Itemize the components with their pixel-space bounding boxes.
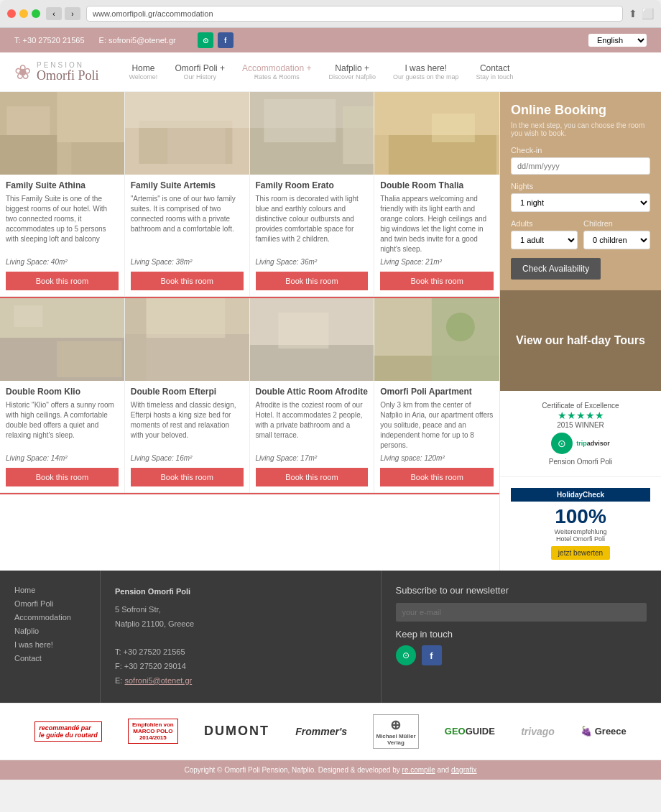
footer-link-nafplio[interactable]: Nafplio xyxy=(14,626,85,636)
close-dot[interactable] xyxy=(7,9,16,18)
adults-children-row: Adults 1 adult 2 adults 3 adults Childre… xyxy=(511,219,650,257)
book-btn-klio[interactable]: Book this room xyxy=(6,468,119,486)
footer-link-accommodation-a[interactable]: Accommodation xyxy=(14,613,71,622)
fullscreen-button[interactable]: ⬜ xyxy=(642,8,654,19)
footer-link-omorfipoli-a[interactable]: Omorfi Poli xyxy=(14,599,53,608)
room-name-artemis: Family Suite Artemis xyxy=(131,180,244,190)
room-desc-erato: This room is decorated with light blue a… xyxy=(256,194,369,254)
svg-point-34 xyxy=(446,313,475,341)
room-space-erato: Living Space: 36m² xyxy=(256,258,369,266)
logo-pension: PENSION xyxy=(37,61,99,69)
checkin-input[interactable] xyxy=(511,157,650,175)
footer-link-home-a[interactable]: Home xyxy=(14,586,35,594)
nav-accommodation-label: Accommodation + xyxy=(242,63,311,73)
svg-rect-24 xyxy=(146,298,225,338)
ta-badge: Certificate of Excellence ★★★★★ 2015 WIN… xyxy=(511,402,650,429)
footer-link-home[interactable]: Home xyxy=(14,585,85,595)
ta-trip-text: tripadvisor xyxy=(576,440,610,447)
room-info-erato: Family Room Erato This room is decorated… xyxy=(250,175,374,296)
room-card-athina: Family Suite Athina This Family Suite is… xyxy=(0,92,125,297)
footer-link-accommodation[interactable]: Accommodation xyxy=(14,612,85,622)
address-bar[interactable]: www.omorfipoli.gr/accommodation xyxy=(86,6,623,22)
forward-button[interactable]: › xyxy=(65,7,80,20)
footer-link-contact[interactable]: Contact xyxy=(14,653,85,663)
nav-nafplio[interactable]: Nafplio + Discover Nafplio xyxy=(320,60,384,84)
footer-link-nafplio-a[interactable]: Nafplio xyxy=(14,627,39,635)
checkin-label: Check-in xyxy=(511,146,650,154)
check-availability-button[interactable]: Check Availability xyxy=(511,258,601,280)
nav-contact[interactable]: Contact Stay in touch xyxy=(468,60,522,84)
nav-accommodation[interactable]: Accommodation + Rates & Rooms xyxy=(234,60,320,84)
footer-contact-email[interactable]: E: sofroni5@otenet.gr xyxy=(115,674,366,688)
ta-certificate-text: Certificate of Excellence xyxy=(511,402,650,410)
book-btn-afrodite[interactable]: Book this room xyxy=(256,468,369,486)
adults-select[interactable]: 1 adult 2 adults 3 adults xyxy=(511,231,578,249)
room-img-afrodite xyxy=(250,298,374,381)
main-nav: Home Welcome! Omorfi Poli + Our History … xyxy=(121,60,522,84)
room-img-thalia xyxy=(374,92,499,175)
children-select[interactable]: 0 children 1 child 2 children xyxy=(583,231,650,249)
room-space-artemis: Living Space: 38m² xyxy=(131,258,244,266)
book-btn-artemis[interactable]: Book this room xyxy=(131,272,244,290)
ta-footer-icon[interactable]: ⊙ xyxy=(396,645,416,665)
minimize-dot[interactable] xyxy=(19,9,28,18)
tours-widget[interactable]: View our half-day Tours xyxy=(500,290,661,391)
svg-rect-33 xyxy=(374,356,432,381)
book-btn-athina[interactable]: Book this room xyxy=(6,272,119,290)
room-card-apartment: Omorfi Poli Apartment Only 3 km from the… xyxy=(374,298,499,493)
browser-chrome: ‹ › www.omorfipoli.gr/accommodation ⬆ ⬜ xyxy=(0,0,661,28)
social-footer: ⊙ f xyxy=(396,645,647,665)
svg-rect-28 xyxy=(250,345,374,381)
back-button[interactable]: ‹ xyxy=(46,7,62,20)
facebook-icon[interactable]: f xyxy=(218,32,234,48)
footer-link-contact-a[interactable]: Contact xyxy=(14,654,42,663)
hc-button[interactable]: jetzt bewerten xyxy=(551,546,610,560)
footer-contact-fax: F: +30 27520 29014 xyxy=(115,660,366,674)
book-btn-apartment[interactable]: Book this room xyxy=(380,468,494,486)
browser-actions: ⬆ ⬜ xyxy=(629,8,654,19)
recompile-link[interactable]: re.compile xyxy=(402,766,435,774)
footer-link-omorfipoli[interactable]: Omorfi Poli xyxy=(14,599,85,609)
logo[interactable]: ❀ PENSION Omorfi Poli xyxy=(14,60,99,84)
fb-footer-icon[interactable]: f xyxy=(422,645,442,665)
nights-select[interactable]: 1 night 2 nights 3 nights 7 nights xyxy=(511,193,650,212)
room-desc-apartment: Only 3 km from the center of Nafplio in … xyxy=(380,400,494,451)
partner-geoguide: GEOGUIDE xyxy=(445,726,495,737)
room-card-klio: Double Room Klio Historic "Klio" offers … xyxy=(0,298,125,493)
hc-logo: HolidayCheck xyxy=(511,488,650,502)
nav-home[interactable]: Home Welcome! xyxy=(121,60,167,84)
footer-newsletter-col: Subscribe to our newsletter Keep in touc… xyxy=(382,571,662,703)
dagrafix-link[interactable]: dagrafix xyxy=(451,766,477,774)
nav-omorfipoli-label: Omorfi Poli + xyxy=(175,63,225,73)
tripadvisor-icon[interactable]: ⊙ xyxy=(198,32,213,48)
newsletter-input[interactable] xyxy=(396,603,647,622)
footer-link-iwashere[interactable]: I was here! xyxy=(14,640,85,650)
book-btn-erato[interactable]: Book this room xyxy=(256,272,369,290)
book-btn-thalia[interactable]: Book this room xyxy=(380,272,494,290)
footer-link-iwashere-a[interactable]: I was here! xyxy=(14,640,53,649)
logo-text-container: PENSION Omorfi Poli xyxy=(37,61,99,83)
booking-widget: Online Booking In the next step, you can… xyxy=(500,92,661,290)
email-address[interactable]: E: sofroni5@otenet.gr xyxy=(99,36,176,45)
room-info-afrodite: Double Attic Room Afrodite Afrodite is t… xyxy=(250,381,374,492)
phone-number: T: +30 27520 21565 xyxy=(14,36,85,45)
newsletter-title: Subscribe to our newsletter xyxy=(396,585,647,596)
svg-rect-7 xyxy=(125,92,249,128)
book-btn-efterpi[interactable]: Book this room xyxy=(131,468,244,486)
nav-omorfipoli[interactable]: Omorfi Poli + Our History xyxy=(166,60,234,84)
footer-contact-name: Pension Omorfi Poli xyxy=(115,585,366,599)
footer-email-link[interactable]: sofroni5@otenet.gr xyxy=(124,676,192,685)
svg-rect-16 xyxy=(432,114,475,142)
footer-nav-col: Home Omorfi Poli Accommodation Nafplio I… xyxy=(0,571,101,703)
language-select[interactable]: English Deutsch Ελληνικά xyxy=(588,34,647,47)
svg-rect-12 xyxy=(343,106,374,164)
nav-iwashere[interactable]: I was here! Our guests on the map xyxy=(384,60,468,84)
maximize-dot[interactable] xyxy=(32,9,40,18)
browser-dots xyxy=(7,9,40,18)
ta-pension-name: Pension Omorfi Poli xyxy=(511,458,650,466)
main-wrapper: Family Suite Athina This Family Suite is… xyxy=(0,92,661,571)
room-desc-artemis: "Artemis" is one of our two family suite… xyxy=(131,194,244,254)
room-space-athina: Living Space: 40m² xyxy=(6,258,119,266)
nav-nafplio-sub: Discover Nafplio xyxy=(328,73,376,80)
share-button[interactable]: ⬆ xyxy=(629,8,637,19)
